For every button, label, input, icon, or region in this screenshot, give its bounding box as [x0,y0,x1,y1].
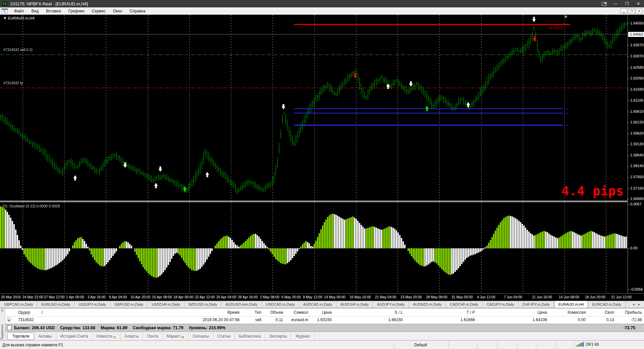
column-header-Цена[interactable]: Цена [537,310,547,315]
chart-area[interactable]: #7314532 sell 0.11#7314532 tpL1 L2 L3L1L… [0,15,644,301]
menu-Окно[interactable]: Окно [109,8,126,14]
column-header-Тип[interactable]: Тип [255,310,261,315]
column-header-Объем[interactable]: Объем [270,310,283,315]
price-axis-label: 1.57650 [630,175,644,179]
menu-Файл[interactable]: Файл [10,8,28,14]
restore-button[interactable]: ❐ [621,0,633,7]
terminal-close-icon[interactable]: ✕ [1,309,4,312]
column-header-Прибыль[interactable]: Прибыль [625,310,642,315]
column-header-T / P[interactable]: T / P [467,310,475,315]
terminal-panel-title: Терминал [0,325,4,340]
terminal-tab-Сигналы[interactable]: Сигналы [189,333,213,340]
terminal-tab-Почта[interactable]: Почта [143,333,162,340]
price-axis-tick [628,23,629,24]
title-bar: FX 101175: NPBFX-Real - [EURAUD.m,H4] — … [0,0,644,7]
chart-tab-EURAUD.m,H4[interactable]: EURAUD.m,H4 [554,301,588,308]
chart-tab-AUDUSD.mm,Daily[interactable]: AUDUSD.mm,Daily [221,301,262,308]
tab-scroll-right-icon[interactable]: ► [638,303,641,306]
status-bar: Для вызова справки нажмите F1 Default 26… [0,340,644,349]
chart-tab-CADJPY.m,Daily[interactable]: CADJPY.m,Daily [483,301,519,308]
column-header-Символ[interactable]: Символ [294,310,308,315]
price-axis-label: 1.61100 [630,98,643,102]
chart-tab-EURCAD.m,Daily[interactable]: EURCAD.m,Daily [588,301,625,308]
order-cell: euraud.m [291,317,308,322]
time-axis-label: 18 Jun 20:00 [585,295,605,299]
chart-tab-CADCHF.m,Daily[interactable]: CADCHF.m,Daily [446,301,483,308]
layout-icon[interactable] [598,0,610,7]
signal-arrow-down [159,166,162,172]
chart-tab-AUDJPY.m,Daily[interactable]: AUDJPY.m,Daily [373,301,409,308]
price-axis-label: 1.59620 [630,131,644,135]
price-axis-tick [628,166,629,166]
terminal-tab-Торговля[interactable]: Торговля [7,333,34,340]
orders-table-header: Ордер/ВремяТипОбъемСимволЦенаS / LT / PЦ… [5,309,644,316]
order-cell: 0.11 [276,317,283,322]
floating-profit: -72.75 [624,326,635,330]
terminal-tab-Активы[interactable]: Активы [34,333,56,340]
terminal-tab-Эксперты[interactable]: Эксперты [265,333,291,340]
chart-tab-EURUSD.m,Daily[interactable]: EURUSD.m,Daily [37,301,74,308]
terminal-tab-Новости[interactable]: Новости71 [93,333,120,340]
price-chart[interactable]: #7314532 sell 0.11#7314532 tpL1 L2 L3L1L… [0,15,628,201]
column-header-Комиссия[interactable]: Комиссия [568,310,586,315]
menu-Графики[interactable]: Графики [65,8,88,14]
balance-item: Свободная маржа: 71.79 [133,326,183,330]
oscillator-axis-tick [628,248,629,249]
column-header-Время[interactable]: Время [227,310,239,315]
price-axis-tick [628,112,629,112]
menu-Вставка[interactable]: Вставка [42,8,65,14]
price-axis-tick [628,155,629,156]
menu-Справка[interactable]: Справка [126,8,149,14]
terminal-tab-История Счета[interactable]: История Счета [56,333,93,340]
oscillator-bars [0,206,627,278]
column-header-S / L[interactable]: S / L [394,310,403,315]
time-axis-label: 31 May 00:00 [451,295,473,299]
chart-tab-GBPCAD.m,Daily[interactable]: GBPCAD.m,Daily [0,301,37,308]
signal-arrow-up [206,172,209,177]
status-help-text: Для вызова справки нажмите F1 [2,343,63,347]
table-row[interactable]: 73145322019.06.20 00:47:56sell0.11euraud… [5,316,644,324]
chart-tab-GBPUSD.m,Daily[interactable]: GBPUSD.m,Daily [110,301,148,308]
column-header-Ордер[interactable]: Ордер [18,310,30,315]
child-restore-button[interactable]: ❐ [628,8,635,14]
minimize-button[interactable]: — [610,0,621,7]
chart-tab-USDJPY.m,Daily[interactable]: USDJPY.m,Daily [74,301,110,308]
chart-tab-AUDNZD.m,Daily[interactable]: AUDNZD.m,Daily [409,301,446,308]
price-axis-tick [628,101,629,101]
take-profit-label: #7314532 tp [3,81,23,85]
balance-item: Баланс: 206.43 USD [14,326,55,330]
terminal-tab-Маркет[interactable]: Маркет76 [163,333,189,340]
terminal-tab-Статьи[interactable]: Статьи [213,333,235,340]
column-header-Цена[interactable]: Цена [322,310,332,315]
chart-tab-AUDCAD.m,Daily[interactable]: AUDCAD.m,Daily [299,301,336,308]
terminal-tab-Журнал[interactable]: Журнал [291,333,315,340]
child-close-button[interactable]: ✕ [636,8,643,14]
oscillator-axis-tick [628,290,629,290]
support-tag: L3 [564,123,568,127]
child-window-controls: ▁❐✕ [620,8,643,14]
price-axis-tick [628,134,629,134]
price-axis-label: 1.58640 [630,153,644,157]
chart-tab-USDCHF.m,Daily[interactable]: USDCHF.m,Daily [148,301,184,308]
signal-arrow-up [386,84,390,89]
oscillator-chart[interactable]: D1: Oszillator [3-12] 0.0000 0.0028 [0,202,628,293]
menu-Сервис[interactable]: Сервис [88,8,109,14]
order-cell: 2019.06.20 00:47:56 [203,317,239,322]
column-header-Своп[interactable]: Своп [605,310,614,315]
resistance-label: L1 L2 L3 [549,26,562,30]
menu-Вид[interactable]: Вид [28,8,43,14]
chart-tab-AUDCHF.m,Daily[interactable]: AUDCHF.m,Daily [336,301,373,308]
chart-tab-USDCAD.m,Daily[interactable]: USDCAD.m,Daily [262,301,299,308]
child-minimize-button[interactable]: ▁ [620,8,627,14]
terminal-tab-Алерты[interactable]: Алерты [120,333,143,340]
close-button[interactable]: ✕ [633,0,644,7]
chart-tab-CHFJPY.m,Daily[interactable]: CHFJPY.m,Daily [519,301,554,308]
status-profile[interactable]: Default [414,343,427,347]
oscillator-axis-label: 0.00 [630,246,637,250]
time-axis: 20 Mar 201924 Mar 22:0027 Mar 12:001 Apr… [0,293,644,301]
tab-scroll-left-icon[interactable]: ◄ [632,303,635,306]
chart-tab-NZDUSD.m,Daily[interactable]: NZDUSD.m,Daily [184,301,222,308]
column-header-/[interactable]: / [42,310,43,315]
terminal-tab-Библиотека[interactable]: Библиотека [235,333,265,340]
price-axis-label: 1.61590 [630,87,644,91]
